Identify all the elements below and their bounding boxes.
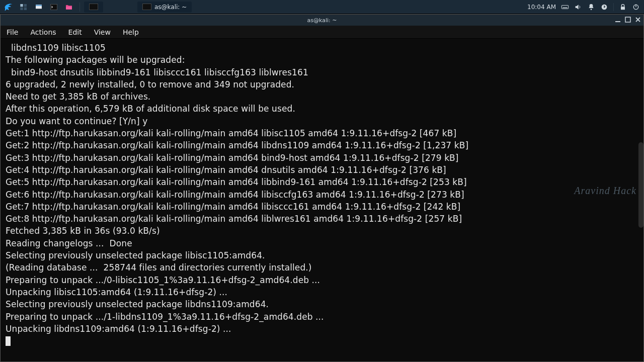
- power-icon: [632, 3, 640, 11]
- terminal-line: (Reading database ... 258744 files and d…: [6, 261, 638, 274]
- app-menu-button[interactable]: [2, 2, 15, 13]
- menu-actions[interactable]: Actions: [30, 28, 56, 36]
- clock[interactable]: 10:04 AM: [527, 4, 556, 11]
- terminal-line: Need to get 3,385 kB of archives.: [6, 90, 638, 103]
- terminal-line: Reading changelogs ... Done: [6, 237, 638, 249]
- close-icon: [635, 17, 641, 23]
- terminal-line: Preparing to unpack .../1-libdns1109_1%3…: [6, 311, 638, 323]
- menu-view[interactable]: View: [94, 28, 111, 36]
- task-thumb-icon: [89, 4, 98, 10]
- terminal-cursor-line: [6, 335, 638, 349]
- workspaces-button[interactable]: [17, 2, 30, 13]
- maximize-button[interactable]: [624, 16, 631, 23]
- svg-rect-12: [621, 7, 625, 10]
- terminal-line: Unpacking libdns1109:amd64 (1:9.11.16+df…: [6, 323, 638, 335]
- task-terminal-1[interactable]: [84, 2, 103, 13]
- svg-rect-1: [24, 4, 27, 7]
- launcher-files[interactable]: [62, 2, 75, 13]
- terminal-line: The following packages will be upgraded:: [6, 54, 638, 66]
- svg-rect-5: [36, 5, 42, 6]
- panel-left: as@kali: ~: [0, 2, 192, 13]
- svg-rect-7: [66, 6, 72, 9]
- svg-rect-8: [561, 5, 568, 9]
- panel-separator: [79, 3, 80, 12]
- volume-icon: [574, 3, 582, 11]
- task-thumb-icon: [142, 4, 151, 10]
- terminal-line: Get:6 http://ftp.harukasan.org/kali kali…: [6, 189, 638, 201]
- tray-separator: [613, 3, 614, 11]
- terminal-line: Do you want to continue? [Y/n] y: [6, 115, 638, 127]
- svg-rect-15: [615, 21, 620, 22]
- terminal-line: 6 upgraded, 2 newly installed, 0 to remo…: [6, 78, 638, 90]
- terminal-window: as@kali: ~ File Actions Edit View Help l…: [0, 14, 644, 362]
- terminal-line: Preparing to unpack .../0-libisc1105_1%3…: [6, 274, 638, 286]
- keyboard-indicator[interactable]: [561, 3, 569, 11]
- svg-rect-0: [20, 4, 23, 7]
- keyboard-icon: [561, 3, 569, 11]
- svg-rect-6: [50, 4, 57, 10]
- terminal-line: bind9-host dnsutils libbind9-161 libiscc…: [6, 66, 638, 78]
- task-terminal-2[interactable]: as@kali: ~: [137, 2, 192, 13]
- terminal-line: libdns1109 libisc1105: [6, 42, 638, 54]
- task-title: as@kali: ~: [154, 4, 187, 11]
- workspaces-icon: [20, 3, 28, 11]
- maximize-icon: [625, 17, 631, 23]
- terminal-line: Get:7 http://ftp.harukasan.org/kali kali…: [6, 201, 638, 213]
- notifications-indicator[interactable]: [587, 3, 595, 11]
- updates-indicator[interactable]: [600, 3, 608, 11]
- menu-edit[interactable]: Edit: [68, 28, 82, 36]
- terminal-line: Fetched 3,385 kB in 36s (93.0 kB/s): [6, 225, 638, 237]
- close-button[interactable]: [634, 16, 641, 23]
- window-buttons: [614, 16, 641, 23]
- minimize-button[interactable]: [614, 16, 621, 23]
- launcher-terminal[interactable]: [47, 2, 60, 13]
- terminal-line: Get:3 http://ftp.harukasan.org/kali kali…: [6, 152, 638, 164]
- terminal-line: Get:8 http://ftp.harukasan.org/kali kali…: [6, 213, 638, 225]
- terminal-line: Unpacking libisc1105:amd64 (1:9.11.16+df…: [6, 286, 638, 298]
- kali-dragon-icon: [4, 2, 14, 12]
- svg-rect-2: [20, 7, 23, 10]
- terminal-viewport[interactable]: libdns1109 libisc1105The following packa…: [1, 39, 643, 361]
- terminal-line: Get:5 http://ftp.harukasan.org/kali kali…: [6, 176, 638, 188]
- svg-rect-16: [625, 17, 630, 22]
- svg-rect-3: [24, 7, 27, 10]
- show-desktop-button[interactable]: [32, 2, 45, 13]
- svg-point-10: [591, 9, 592, 10]
- bell-icon: [587, 3, 595, 11]
- svg-rect-9: [562, 7, 567, 8]
- volume-indicator[interactable]: [574, 3, 582, 11]
- terminal-line: After this operation, 6,579 kB of additi…: [6, 103, 638, 115]
- menu-file[interactable]: File: [7, 28, 18, 36]
- terminal-icon: [50, 3, 58, 11]
- window-title: as@kali: ~: [307, 17, 337, 24]
- cursor: [6, 336, 11, 346]
- svg-rect-14: [635, 4, 636, 7]
- menu-bar: File Actions Edit View Help: [1, 26, 643, 39]
- terminal-line: Selecting previously unselected package …: [6, 249, 638, 261]
- terminal-line: Get:4 http://ftp.harukasan.org/kali kali…: [6, 164, 638, 176]
- updates-icon: [600, 3, 608, 11]
- desktop-panel: as@kali: ~ 10:04 AM: [0, 0, 644, 14]
- minimize-icon: [615, 17, 621, 23]
- desktop-icon: [35, 3, 43, 11]
- terminal-line: Get:2 http://ftp.harukasan.org/kali kali…: [6, 139, 638, 151]
- scrollbar-thumb[interactable]: [638, 142, 643, 228]
- system-tray: 10:04 AM: [527, 3, 644, 11]
- power-indicator[interactable]: [632, 3, 640, 11]
- menu-help[interactable]: Help: [123, 28, 139, 36]
- window-titlebar[interactable]: as@kali: ~: [1, 15, 643, 26]
- files-icon: [65, 3, 73, 11]
- terminal-line: Selecting previously unselected package …: [6, 298, 638, 310]
- lock-indicator[interactable]: [619, 3, 627, 11]
- lock-icon: [619, 3, 627, 11]
- terminal-line: Get:1 http://ftp.harukasan.org/kali kali…: [6, 127, 638, 139]
